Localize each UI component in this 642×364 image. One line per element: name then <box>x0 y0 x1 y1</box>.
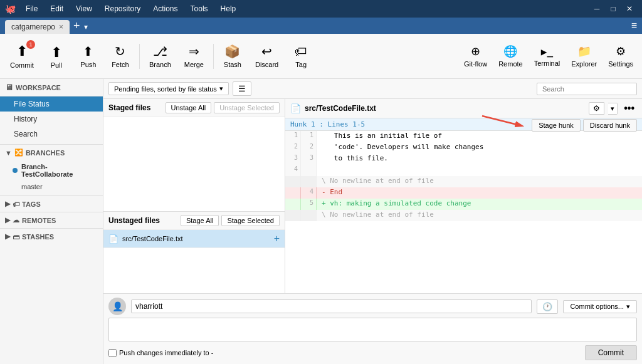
unstaged-file-item[interactable]: 📄 src/TestCodeFile.txt + <box>103 230 285 248</box>
sidebar-item-history[interactable]: History <box>0 112 103 127</box>
push-checkbox-label[interactable]: Push changes immediately to - <box>108 349 581 357</box>
line-num-left: 2 <box>285 142 301 153</box>
commit-submit-button[interactable]: Commit <box>585 345 637 360</box>
explorer-button[interactable]: 📁 Explorer <box>566 36 602 76</box>
push-checkbox[interactable] <box>108 349 117 357</box>
clock-button[interactable]: 🕐 <box>537 299 558 314</box>
history-label: History <box>14 115 37 123</box>
app-logo: 🐙 <box>5 4 16 14</box>
branch-label: Branch <box>149 61 171 68</box>
diff-gear-button[interactable]: ⚙ <box>589 102 604 115</box>
minimize-button[interactable]: ─ <box>589 2 604 16</box>
staged-section: Staged files Unstage All Unstage Selecte… <box>103 99 285 212</box>
stashes-header[interactable]: ▶ 🗃 STASHES <box>0 228 103 244</box>
sidebar-item-search[interactable]: Search <box>0 127 103 142</box>
commit-options-label: Commit options... <box>570 303 624 310</box>
commit-options-button[interactable]: Commit options... ▾ <box>563 300 637 313</box>
tag-button[interactable]: 🏷 Tag <box>285 36 317 76</box>
fetch-icon: ↻ <box>115 44 125 59</box>
merge-icon: ⇒ <box>189 44 199 59</box>
stage-hunk-button[interactable]: Stage hunk <box>532 119 581 132</box>
workspace-icon: 🖥 <box>5 83 13 92</box>
file-icon: 📄 <box>108 234 118 244</box>
diff-content[interactable]: Hunk 1 : Lines 1-5 1 1 This is an initia… <box>285 118 642 293</box>
close-button[interactable]: ✕ <box>622 2 637 16</box>
files-panel-header: Pending files, sorted by file status ▾ ☰ <box>103 79 642 99</box>
menu-help[interactable]: Help <box>218 3 239 14</box>
repo-tab[interactable]: catgamerepo × <box>5 20 70 34</box>
menu-repository[interactable]: Repository <box>102 3 143 14</box>
branch-icon: ⎇ <box>153 44 167 59</box>
merge-button[interactable]: ⇒ Merge <box>178 36 210 76</box>
repo-tab-close[interactable]: × <box>59 23 63 31</box>
commit-label: Commit <box>10 61 34 69</box>
branch-item-test-collaborate[interactable]: Branch-TestCollaborate <box>0 160 103 180</box>
menu-tools[interactable]: Tools <box>188 3 211 14</box>
explorer-icon: 📁 <box>577 44 591 58</box>
line-num-left: 4 <box>285 165 301 176</box>
line-num-right <box>301 165 317 176</box>
view-toggle-button[interactable]: ☰ <box>233 81 251 96</box>
stash-button[interactable]: 📦 Stash <box>217 36 248 76</box>
branch-item-master[interactable]: master <box>0 180 103 193</box>
commit-name-input[interactable] <box>131 299 532 313</box>
master-label: master <box>21 183 43 190</box>
unstage-selected-button[interactable]: Unstage Selected <box>214 102 280 113</box>
maximize-button[interactable]: □ <box>606 2 621 16</box>
menu-file[interactable]: File <box>23 3 40 14</box>
diff-line: 4 <box>285 165 642 176</box>
stash-label: Stash <box>224 61 241 68</box>
git-flow-button[interactable]: ⊕ Git-flow <box>459 36 492 76</box>
terminal-button[interactable]: ▶_ Terminal <box>529 36 566 76</box>
settings-label: Settings <box>608 60 633 68</box>
hunk-action-bar: Stage hunk Discard hunk <box>532 119 637 132</box>
filter-dropdown[interactable]: Pending files, sorted by file status ▾ <box>108 82 229 95</box>
fetch-button[interactable]: ↻ Fetch <box>105 36 136 76</box>
tags-header[interactable]: ▶ 🏷 TAGS <box>0 195 103 212</box>
push-button[interactable]: ⬆ Push <box>73 36 104 76</box>
remotes-label: REMOTES <box>22 217 56 224</box>
workspace-label: WORKSPACE <box>16 84 61 91</box>
diff-line: 2 2 'code'. Developers will make changes <box>285 142 642 153</box>
remote-icon: 🌐 <box>503 44 517 58</box>
search-input[interactable] <box>537 83 637 95</box>
branches-header[interactable]: ▼ 🔀 BRANCHES <box>0 144 103 160</box>
staged-label: Staged files <box>108 103 163 112</box>
discard-hunk-button[interactable]: Discard hunk <box>583 119 637 132</box>
line-content: 'code'. Developers will make changes <box>317 142 642 153</box>
commit-message-area[interactable] <box>108 318 637 341</box>
search-label: Search <box>14 130 38 138</box>
menu-edit[interactable]: Edit <box>48 3 66 14</box>
user-avatar: 👤 <box>108 298 126 315</box>
diff-line-added: 5 + vh: making a simulated code change <box>285 199 642 210</box>
discard-button[interactable]: ↩ Discard <box>249 36 285 76</box>
tag-label: Tag <box>295 61 307 68</box>
removed-content: - End <box>317 187 642 199</box>
new-tab-button[interactable]: + <box>70 19 84 33</box>
unstage-all-button[interactable]: Unstage All <box>166 102 212 113</box>
stage-selected-button[interactable]: Stage Selected <box>221 215 280 226</box>
diff-gear-dropdown[interactable]: ▾ <box>608 103 618 115</box>
stash-icon: 📦 <box>224 44 240 59</box>
discard-label: Discard <box>255 61 278 68</box>
pull-button[interactable]: ⬇ Pull <box>41 36 72 76</box>
branch-button[interactable]: ⎇ Branch <box>143 36 177 76</box>
remotes-header[interactable]: ▶ ☁ REMOTES <box>0 212 103 228</box>
sidebar-item-file-status[interactable]: File Status <box>0 96 103 112</box>
git-flow-label: Git-flow <box>464 60 487 68</box>
commit-footer: Push changes immediately to - Commit <box>108 345 637 360</box>
hamburger-button[interactable]: ≡ <box>631 20 637 31</box>
commit-user-row: 👤 🕐 Commit options... ▾ <box>108 298 637 315</box>
diff-line-no-newline: \ No newline at end of file <box>285 176 642 187</box>
diff-more-button[interactable]: ••• <box>621 101 637 115</box>
stage-all-button[interactable]: Stage All <box>181 215 219 226</box>
dropdown-arrow[interactable]: ▾ <box>84 23 88 31</box>
remote-label: Remote <box>498 60 523 68</box>
line-content <box>317 165 642 176</box>
diff-line: 3 3 to this file. <box>285 153 642 165</box>
menu-actions[interactable]: Actions <box>150 3 180 14</box>
remotes-collapse-icon: ▶ <box>5 216 10 224</box>
menu-view[interactable]: View <box>73 3 95 14</box>
remote-button[interactable]: 🌐 Remote <box>493 36 528 76</box>
settings-button[interactable]: ⚙ Settings <box>603 36 638 76</box>
